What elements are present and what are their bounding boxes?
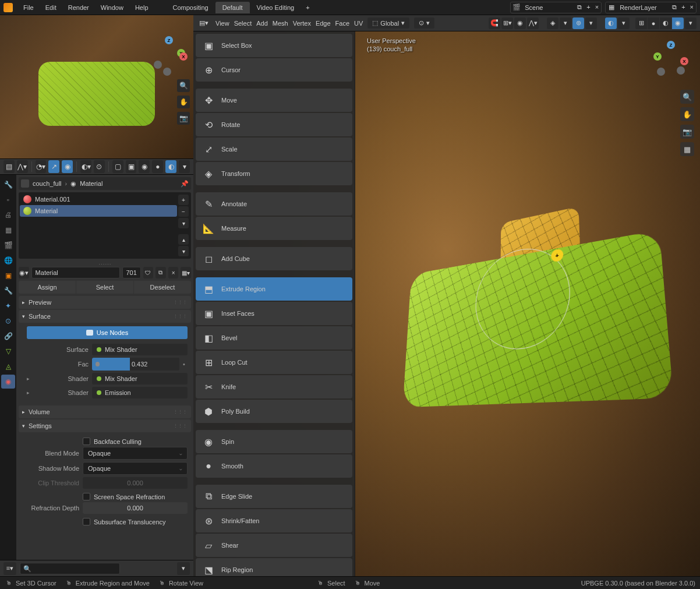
snap-type-icon[interactable]: ⊞▾ bbox=[501, 17, 513, 29]
material-list-item[interactable]: Material.001 bbox=[20, 193, 177, 205]
ptab-material-icon[interactable]: ◉ bbox=[1, 375, 15, 389]
material-fake-user-icon[interactable]: 🛡 bbox=[143, 267, 154, 278]
select-button[interactable]: Select bbox=[76, 281, 133, 294]
tool-move[interactable]: ✥Move bbox=[196, 89, 352, 112]
viewport-mesh[interactable]: + bbox=[403, 207, 674, 407]
shadow-mode-select[interactable]: Opaque ⌵ bbox=[83, 462, 188, 475]
list-resize-handle[interactable]: ⋯⋯ bbox=[19, 261, 191, 267]
orientation-dropdown[interactable]: ⬚ Global ▾ bbox=[367, 17, 409, 29]
scene-field[interactable]: 🎬 ⧉ + × bbox=[510, 2, 602, 13]
hdr-shading1-icon[interactable]: ▢ bbox=[112, 160, 123, 173]
keyframe-dot-icon[interactable]: • bbox=[183, 361, 188, 368]
breadcrumb-object[interactable]: couch_full bbox=[33, 180, 62, 187]
viewlayer-delete-icon[interactable]: × bbox=[688, 3, 696, 11]
ptab-modifier-icon[interactable]: 🔧 bbox=[1, 284, 15, 298]
axis-z-icon[interactable]: Z bbox=[165, 36, 173, 44]
tool-select-box[interactable]: ▣Select Box bbox=[196, 34, 352, 57]
hdr-snap-icon[interactable]: ↗ bbox=[48, 160, 59, 173]
editor-type-button[interactable]: ▤ bbox=[3, 160, 15, 173]
axis-neg-icon[interactable] bbox=[657, 68, 665, 76]
viewlayer-input[interactable] bbox=[617, 4, 670, 11]
tool-transform[interactable]: ◈Transform bbox=[196, 162, 352, 185]
preview-pan-icon[interactable]: ✋ bbox=[177, 96, 190, 108]
scene-delete-icon[interactable]: × bbox=[593, 3, 601, 11]
scene-input[interactable] bbox=[522, 4, 575, 11]
hdr-shading2-icon[interactable]: ▣ bbox=[126, 160, 137, 173]
tool-inset-faces[interactable]: ▣Inset Faces bbox=[196, 302, 352, 325]
tool-rip-region[interactable]: ⬔Rip Region bbox=[196, 558, 352, 576]
gizmo-toggle-icon[interactable]: ◈ bbox=[547, 17, 558, 29]
panel-grip-icon[interactable]: ⋮⋮⋮ bbox=[174, 300, 188, 305]
workspace-tab-video-editing[interactable]: Video Editing bbox=[250, 2, 302, 13]
material-browse-button[interactable]: ◉▾ bbox=[19, 267, 29, 278]
hdr-marker-icon[interactable]: ◔▾ bbox=[36, 160, 47, 173]
hdr-overlay2-icon[interactable]: ⊙ bbox=[94, 160, 105, 173]
ptab-physics-icon[interactable]: ⊙ bbox=[1, 314, 15, 328]
hdr-shading4-icon[interactable]: ● bbox=[152, 160, 163, 173]
xray-icon[interactable]: ◐ bbox=[605, 17, 617, 29]
overlay-toggle-icon[interactable]: ⊚ bbox=[572, 17, 584, 29]
vp-menu-vertex[interactable]: Vertex bbox=[293, 20, 311, 27]
tool-spin[interactable]: ◉Spin bbox=[196, 430, 352, 453]
material-unlink-icon[interactable]: × bbox=[168, 267, 179, 278]
panel-grip-icon[interactable]: ⋮⋮⋮ bbox=[174, 424, 188, 428]
material-menu-button[interactable]: ▾ bbox=[178, 218, 189, 228]
tool-extrude-region[interactable]: ⬒Extrude Region bbox=[196, 277, 352, 301]
deselect-button[interactable]: Deselect bbox=[134, 281, 191, 294]
hdr-dropdown-icon[interactable]: ⋀▾ bbox=[17, 160, 28, 173]
tool-add-cube[interactable]: ◻Add Cube bbox=[196, 247, 352, 270]
backface-culling-checkbox[interactable] bbox=[83, 438, 90, 445]
shading-options-icon[interactable]: ▾ bbox=[685, 17, 697, 29]
vp-menu-add[interactable]: Add bbox=[256, 20, 268, 27]
tool-edge-slide[interactable]: ⧉Edge Slide bbox=[196, 485, 352, 508]
shader2-field[interactable]: Emission bbox=[92, 387, 188, 398]
material-add-button[interactable]: + bbox=[178, 195, 189, 205]
menu-help[interactable]: Help bbox=[129, 4, 154, 11]
expand-icon[interactable]: ▸ bbox=[27, 376, 33, 382]
ptab-tool-icon[interactable]: 🔧 bbox=[1, 178, 15, 192]
expand-icon[interactable]: ▸ bbox=[27, 390, 33, 396]
properties-search-input[interactable] bbox=[20, 563, 120, 574]
3d-viewport[interactable]: User Perspective (139) couch_full + Z Y … bbox=[355, 31, 700, 576]
panel-volume-header[interactable]: ▸ Volume ⋮⋮⋮ bbox=[19, 405, 191, 418]
ptab-vertex-icon[interactable]: ◬ bbox=[1, 359, 15, 373]
material-move-up-button[interactable]: ▴ bbox=[178, 234, 189, 245]
viewport-perspective-icon[interactable]: ▦ bbox=[680, 142, 694, 156]
axis-z-icon[interactable]: Z bbox=[667, 41, 675, 49]
scene-new-icon[interactable]: + bbox=[584, 3, 592, 11]
xray-options-icon[interactable]: ▾ bbox=[618, 17, 630, 29]
viewport-camera-icon[interactable]: 📷 bbox=[680, 125, 694, 139]
footer-filter-icon[interactable]: ▾ bbox=[177, 562, 190, 575]
pivot-dropdown[interactable]: ⊙▾ bbox=[414, 17, 434, 29]
axis-neg-icon[interactable] bbox=[154, 61, 162, 69]
panel-grip-icon[interactable]: ⋮⋮⋮ bbox=[174, 410, 188, 414]
tool-shear[interactable]: ▱Shear bbox=[196, 534, 352, 557]
blend-mode-select[interactable]: Opaque ⌵ bbox=[83, 447, 188, 460]
tool-bevel[interactable]: ◧Bevel bbox=[196, 326, 352, 350]
ptab-output-icon[interactable]: 🖨 bbox=[1, 208, 15, 222]
axis-y-icon[interactable]: Y bbox=[653, 52, 662, 61]
hdr-overlay1-icon[interactable]: ◐▾ bbox=[80, 160, 91, 173]
material-move-down-button[interactable]: ▾ bbox=[178, 246, 189, 256]
menu-edit[interactable]: Edit bbox=[40, 4, 62, 11]
viewlayer-field[interactable]: ▦ ⧉ + × bbox=[605, 2, 697, 13]
shading-rendered-icon[interactable]: ◉ bbox=[672, 17, 684, 29]
tool-knife[interactable]: ✂Knife bbox=[196, 375, 352, 398]
fac-slider[interactable]: 0.432 bbox=[92, 358, 179, 371]
panel-settings-header[interactable]: ▾ Settings ⋮⋮⋮ bbox=[19, 419, 191, 432]
viewlayer-browse-icon[interactable]: ⧉ bbox=[670, 3, 679, 11]
vp-menu-edge[interactable]: Edge bbox=[316, 20, 331, 27]
shading-solid-icon[interactable]: ● bbox=[648, 17, 659, 29]
panel-surface-header[interactable]: ▾ Surface ⋮⋮⋮ bbox=[19, 310, 191, 323]
hdr-shading3-icon[interactable]: ◉ bbox=[139, 160, 150, 173]
viewport-zoom-icon[interactable]: 🔍 bbox=[680, 90, 694, 104]
tool-poly-build[interactable]: ⬢Poly Build bbox=[196, 400, 352, 423]
axis-neg2-icon[interactable] bbox=[677, 66, 685, 75]
sst-checkbox[interactable] bbox=[83, 518, 90, 525]
tool-measure[interactable]: 📐Measure bbox=[196, 217, 352, 240]
refraction-depth-field[interactable]: 0.000 bbox=[83, 502, 188, 514]
gizmo-options-icon[interactable]: ▾ bbox=[560, 17, 571, 29]
shader1-field[interactable]: Mix Shader bbox=[92, 373, 188, 385]
menu-file[interactable]: File bbox=[17, 4, 40, 11]
material-name-input[interactable] bbox=[31, 267, 120, 278]
